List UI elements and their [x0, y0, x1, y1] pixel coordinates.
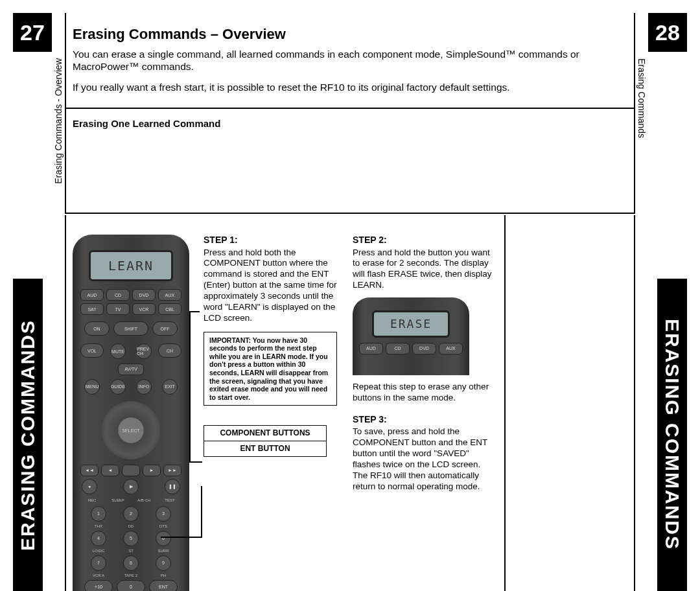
sub-tab-left: Erasing Commands - Overview [53, 58, 64, 184]
remote-btn-off: OFF [152, 321, 178, 336]
callout-box: COMPONENT BUTTONS ENT BUTTON [204, 425, 327, 457]
remote-btn-5: 5 [123, 531, 139, 546]
remote-btn-info: INFO [136, 379, 152, 395]
lbl-rec: REC [80, 498, 104, 502]
remote-btn-9: 9 [156, 555, 171, 571]
remote-btn-stop [122, 465, 140, 476]
remote-btn-dvd: DVD [132, 289, 156, 301]
overview-section: Erasing Commands – Overview You can eras… [65, 13, 635, 214]
remote-btn-pause: ❚❚ [165, 479, 180, 494]
remote-btn-back: ◄ [101, 465, 119, 476]
remote-btn-prevch: PREV CH [136, 343, 152, 359]
remote-btn-rew: ◄◄ [80, 465, 99, 476]
step3-body: To save, press and hold the COMPONENT bu… [353, 426, 496, 492]
lbl-thx: THX [84, 524, 113, 528]
remote-btn-vol: VOL [80, 343, 104, 358]
remote-btn-aux: AUX [158, 289, 181, 301]
overview-p1: You can erase a single command, all lear… [73, 48, 627, 73]
remote-btn-rec: ● [82, 479, 97, 494]
remote-btn-on: ON [84, 321, 110, 336]
remote-btn-mute: MUTE [110, 343, 126, 359]
remote-btn-shift: SHIFT [113, 321, 148, 336]
step1-body: Press and hold both the COMPONENT button… [204, 248, 337, 324]
leader-line-icon [161, 537, 202, 538]
remote-btn-8: 8 [123, 555, 139, 571]
remote-btn-0: 0 [117, 580, 145, 592]
remote-btn-6: 6 [156, 531, 171, 546]
overview-subheading: Erasing One Learned Command [66, 109, 634, 133]
manual-spread: 27 28 ERASING COMMANDS ERASING COMMANDS … [0, 0, 700, 591]
remote-btn-ch: CH [158, 343, 181, 358]
lbl-ph: PH [149, 574, 178, 577]
remote-sm-aux: AUX [439, 343, 463, 354]
remote-btn-play: ▶ [123, 479, 139, 494]
remote-nav-ring [102, 401, 160, 459]
remote-btn-cd: CD [106, 289, 130, 301]
remote-btn-tv: TV [106, 303, 130, 315]
step1-important: IMPORTANT: You now have 30 seconds to pe… [204, 332, 337, 406]
remote-btn-1: 1 [91, 506, 106, 522]
remote-btn-plus10: +10 [84, 580, 113, 592]
section-tab-left: ERASING COMMANDS [13, 279, 43, 591]
remote-illustration: LEARN AUD CD DVD AUX SAT TV VCR CBL ON S… [73, 235, 189, 591]
lbl-dts: DTS [149, 524, 178, 528]
lbl-sleep: SLEEP [106, 498, 130, 502]
step1-column: STEP 1: Press and hold both the COMPONEN… [196, 215, 345, 591]
steps-section: LEARN AUD CD DVD AUX SAT TV VCR CBL ON S… [65, 215, 635, 591]
remote-btn-cbl: CBL [158, 303, 181, 315]
leader-line-icon [201, 486, 202, 537]
section-tab-right: ERASING COMMANDS [657, 279, 687, 591]
lbl-tape2: TAPE 2 [117, 574, 145, 577]
step2-repeat: Repeat this step to erase any other butt… [353, 382, 496, 404]
step3-title: STEP 3: [353, 414, 496, 426]
page-number-right: 28 [648, 13, 687, 52]
remote-btn-aud: AUD [80, 289, 104, 301]
remote-illustration-small: ERASE AUD CD DVD AUX [353, 297, 469, 375]
remote-btn-menu: MENU [84, 379, 100, 395]
lbl-abch: A/B CH [132, 498, 156, 502]
remote-btn-2: 2 [123, 506, 139, 522]
remote-btn-4: 4 [91, 531, 106, 546]
sub-tab-right: Erasing Commands [636, 58, 647, 138]
remote-btn-vcr: VCR [132, 303, 156, 315]
remote-sm-cd: CD [386, 343, 410, 354]
lbl-st: ST [117, 549, 145, 553]
remote-btn-avtv: AV/TV [118, 364, 144, 375]
remote-sm-dvd: DVD [412, 343, 436, 354]
lcd-learn: LEARN [89, 250, 173, 281]
lbl-dd: DD [117, 524, 145, 528]
remote-btn-7: 7 [91, 555, 106, 571]
overview-title: Erasing Commands – Overview [73, 26, 627, 43]
remote-sm-aud: AUD [359, 343, 383, 354]
lbl-surr: SURR [149, 549, 178, 553]
remote-illustration-column: LEARN AUD CD DVD AUX SAT TV VCR CBL ON S… [66, 215, 196, 591]
right-blank-panel [504, 215, 634, 591]
remote-btn-ff: ►► [163, 465, 181, 476]
lbl-test: TEST [158, 498, 181, 502]
remote-btn-3: 3 [156, 506, 171, 522]
remote-btn-exit: EXIT [162, 379, 178, 395]
leader-line-icon [189, 311, 200, 312]
step1-title: STEP 1: [204, 235, 337, 246]
callout-line1: COMPONENT BUTTONS [204, 426, 326, 441]
step23-column: STEP 2: Press and hold the button you wa… [345, 215, 504, 591]
page-number-left: 27 [13, 13, 52, 52]
remote-btn-ent: ENT [149, 580, 178, 592]
callout-line2: ENT BUTTON [204, 441, 326, 456]
step2-title: STEP 2: [353, 235, 496, 246]
overview-p2: If you really want a fresh start, it is … [73, 81, 627, 93]
lbl-logic: LOGIC [84, 549, 113, 553]
lcd-erase: ERASE [372, 310, 450, 338]
step2-body: Press and hold the button you want to er… [353, 248, 496, 292]
leader-line-icon [189, 311, 191, 461]
leader-line-icon [189, 461, 202, 463]
lbl-vcra: VCR A [84, 574, 113, 577]
remote-btn-sat: SAT [80, 303, 104, 315]
remote-btn-fwd: ► [143, 465, 161, 476]
remote-btn-guide: GUIDE [110, 379, 126, 395]
